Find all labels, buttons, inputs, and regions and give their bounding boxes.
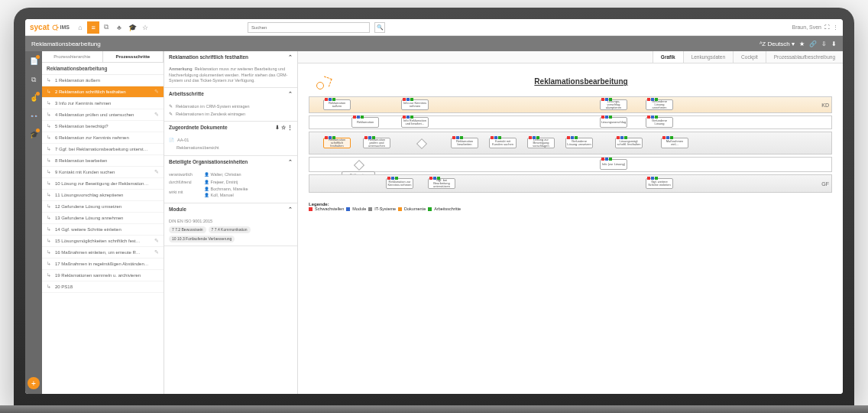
logo: sycatIMS	[30, 23, 70, 31]
process-node[interactable]: Reklamation	[351, 117, 379, 128]
mtab-grafik[interactable]: Grafik	[653, 51, 683, 63]
edu-icon[interactable]: 🎓	[126, 21, 138, 34]
step-item[interactable]: ↳12 Gefundene Lösung umsetzen	[42, 201, 164, 213]
as-item: ✎ Reklamation im CRM-System eintragen	[169, 103, 293, 111]
process-node[interactable]: Reklamation bearbeiten	[451, 138, 478, 148]
diagram-title: Reklamationsbearbeitung	[330, 77, 832, 86]
process-node[interactable]: Reklamation zur Kenntnis nehmen	[386, 178, 413, 189]
rail-doc-icon[interactable]: 📄	[28, 56, 39, 67]
link-icon[interactable]: 🔗	[809, 41, 817, 47]
process-node[interactable]: Lösung zur Beseitigung vorschlagen	[527, 138, 555, 148]
sec-arbeitsschritte: Arbeitsschritte	[169, 91, 204, 97]
user-area[interactable]: Braun, Sven⛶⋮	[792, 24, 838, 31]
lang-button[interactable]: ᴬZ Deutsch ▾	[760, 41, 795, 47]
mtab-lenkung[interactable]: Lenkungsdaten	[683, 51, 733, 63]
topbar: sycatIMS ⌂ ≡ ⧉ ♣ 🎓 ☆ 🔍 Braun, Sven⛶⋮	[25, 19, 843, 36]
mtab-cockpit[interactable]: Cockpit	[733, 51, 766, 63]
doc-item[interactable]: Reklamationsübersicht	[169, 145, 293, 152]
search-input[interactable]	[248, 22, 370, 33]
process-node[interactable]: Info Reklamation und bearbei…	[401, 117, 429, 128]
process-node[interactable]: Gefundene Lösung umsetzen	[565, 138, 593, 148]
step-item[interactable]: ↳19 Reklamationen sammeln u. archivieren	[42, 270, 164, 281]
fav-icon[interactable]: ★	[799, 41, 805, 47]
process-node[interactable]: Ggf. bei Bearbeitung unterstützen	[428, 178, 455, 189]
decision-node[interactable]	[354, 160, 364, 171]
step-item[interactable]: ↳14 Ggf. weitere Schritte einleiten	[42, 224, 164, 236]
doc-actions[interactable]: ⬇ ☆ ⋮	[275, 125, 293, 131]
step-item[interactable]: ↳7 Ggf. bei Reklamationsbearbeitung unte…	[42, 144, 164, 155]
step-item[interactable]: ↳11 Lösungsvorschlag akzeptieren	[42, 190, 164, 201]
burst-icon	[313, 74, 332, 93]
step-item[interactable]: ↳6 Reklamation zur Kenntnis nehmen	[42, 132, 164, 144]
process-node[interactable]: Reklamation äußern	[323, 99, 351, 110]
copy-icon[interactable]: ⧉	[100, 21, 112, 34]
diagram-canvas[interactable]: Reklamationsbearbeitung KDReklamation äu…	[298, 63, 843, 394]
step-item[interactable]: ↳13 Gefundene Lösung annehmen	[42, 213, 164, 224]
rail-edu-icon[interactable]: 🎓	[28, 129, 39, 140]
lane-sub: Reklamation berechtigt?Info (zur Lösung)	[309, 157, 832, 172]
process-node[interactable]: Gefundene Lösung	[646, 117, 673, 128]
legend-item: Module	[346, 206, 366, 213]
module-tag[interactable]: 7 7.4 Kommunikation	[209, 226, 251, 233]
process-node[interactable]: Maßnahmen einl...	[661, 138, 688, 148]
step-group: Reklamationsbearbeitung	[42, 63, 164, 75]
process-node[interactable]: Reklamation prüfen und untersuchen	[363, 138, 390, 148]
rail-copy-icon[interactable]: ⧉	[28, 74, 39, 85]
page-title: Reklamationsbearbeitung	[31, 41, 101, 47]
rail-hand-icon[interactable]: ☝	[28, 93, 39, 103]
process-node[interactable]: Lösungsmögl. schriftl. festhalten	[615, 138, 643, 148]
module-tag[interactable]: 7 7.2 Bewusstsein	[169, 226, 206, 233]
step-item[interactable]: ↳2 Reklamation schriftlich festhalten✎	[42, 86, 164, 98]
star-icon[interactable]: ☆	[139, 21, 151, 34]
step-item[interactable]: ↳15 Lösungsmöglichkeiten schriftlich fes…	[42, 236, 164, 247]
step-item[interactable]: ↳5 Reklamation berechtigt?	[42, 121, 164, 132]
fab-add[interactable]: +	[28, 377, 40, 389]
process-node[interactable]: Kontakt mit Kunden suchen	[489, 138, 517, 148]
step-item[interactable]: ↳9 Kontakt mit Kunden suchen✎	[42, 167, 164, 178]
org-row: verantwortlich👤 Walter, Christian	[169, 171, 293, 179]
lane-mid: ReklamationInfo Reklamation und bearbei……	[309, 115, 832, 129]
process-node[interactable]: Lösungsvorschlag	[600, 117, 627, 128]
sec-module: Module	[169, 206, 186, 213]
search-box	[248, 22, 370, 33]
mtab-ablauf[interactable]: Prozessablaufbeschreibung	[766, 51, 843, 63]
step-item[interactable]: ↳16 Maßnahmen einleiten, um erneute R…✎	[42, 247, 164, 259]
collapse-icon[interactable]: ⌃	[288, 54, 293, 60]
doc-item[interactable]: 📄 AA-01	[169, 137, 293, 145]
steps-panel: Prozesshierarchie Prozessschritte Reklam…	[42, 51, 164, 394]
collapse-icon[interactable]: ⌃	[288, 159, 293, 165]
sec-org: Beteiligte Organisationseinheiten	[169, 159, 248, 165]
process-node[interactable]: Lösungs-vorschlag akzeptieren	[600, 99, 627, 110]
process-node[interactable]: Ggf. weitere Schritte einleiten	[646, 178, 673, 189]
menu-icon[interactable]: ⋮	[833, 24, 838, 31]
home-icon[interactable]: ⌂	[74, 21, 86, 34]
top-toolbar: ⌂ ≡ ⧉ ♣ 🎓 ☆	[74, 21, 151, 34]
process-node[interactable]: Gefundene Lösung annehmen	[646, 99, 673, 110]
tab-steps[interactable]: Prozessschritte	[103, 51, 164, 62]
detail-panel: Reklamation schriftlich festhalten⌃ Anme…	[164, 51, 298, 394]
export-icon[interactable]: ⇩	[821, 41, 827, 47]
module-tag[interactable]: 10 10.3 Fortlaufende Verbesserung	[169, 236, 235, 242]
decision-node[interactable]	[416, 138, 427, 149]
legend-item: Schwachstellen	[309, 206, 344, 213]
step-item[interactable]: ↳1 Reklamation äußern	[42, 75, 164, 86]
collapse-icon[interactable]: ⌃	[288, 206, 293, 213]
list-icon[interactable]: ≡	[87, 21, 99, 34]
process-node[interactable]: Info (zur Lösung)	[600, 159, 627, 170]
step-item[interactable]: ↳4 Reklamation prüfen und untersuchen✎	[42, 109, 164, 121]
std-label: DIN EN ISO 9001:2015	[169, 219, 293, 225]
step-item[interactable]: ↳17 Maßnahmen in regelmäßigen Abständen…	[42, 259, 164, 270]
step-item[interactable]: ↳10 Lösung zur Beseitigung der Reklamati…	[42, 178, 164, 190]
process-node[interactable]: Info zur Kenntnis nehmen	[401, 99, 429, 110]
step-item[interactable]: ↳3 Info zur Kenntnis nehmen	[42, 98, 164, 109]
tab-hierarchy[interactable]: Prozesshierarchie	[42, 51, 103, 62]
step-item[interactable]: ↳8 Reklamation bearbeiten	[42, 155, 164, 167]
step-item[interactable]: ↳20 PS18	[42, 281, 164, 293]
org-icon[interactable]: ♣	[113, 21, 125, 34]
collapse-icon[interactable]: ⌃	[288, 91, 293, 97]
expand-icon[interactable]: ⛶	[824, 24, 830, 30]
download-icon[interactable]: ⬇	[831, 41, 837, 47]
search-button[interactable]: 🔍	[374, 22, 385, 33]
process-node[interactable]: Reklamation schriftlich festhalten	[323, 138, 351, 148]
rail-view-icon[interactable]: 👓	[28, 111, 39, 122]
